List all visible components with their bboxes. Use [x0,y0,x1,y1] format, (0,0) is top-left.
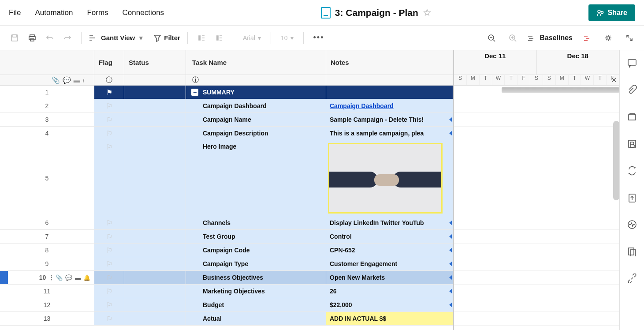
row-number[interactable]: 5 [0,140,94,216]
proofs-icon[interactable] [627,112,637,124]
flag-cell[interactable]: ⚐ [94,216,124,229]
favorite-star-icon[interactable]: ☆ [423,7,432,19]
notes-cell[interactable]: CPN-652 [326,244,453,257]
baselines-button[interactable]: Baselines [527,34,573,42]
row-number[interactable]: 1 [0,86,94,99]
task-cell[interactable]: Campaign Type [186,257,326,270]
row-number[interactable]: 10 ⋮📎💬▬🔔 [0,271,94,284]
table-row[interactable]: 12⚐Budget$22,000 [0,298,453,312]
activity-log-icon[interactable] [627,220,637,232]
task-cell[interactable]: Marketing Objectives [186,285,326,298]
notes-cell[interactable]: Sample Campaign - Delete This! [326,113,453,126]
attachments-icon[interactable] [627,85,637,97]
column-header-status[interactable]: Status [124,50,186,75]
table-row[interactable]: 10 ⋮📎💬▬🔔⚐Business ObjectivesOpen New Mar… [0,271,453,285]
row-number[interactable]: 2 [0,99,94,112]
gantt-bar-summary[interactable] [502,87,619,93]
undo-button[interactable] [43,32,56,44]
table-row[interactable]: 11⚐Marketing Objectives26 [0,285,453,298]
attachment-icon[interactable]: 📎 [56,274,63,281]
scrollbar[interactable] [613,121,619,200]
row-number[interactable]: 4 [0,127,94,140]
table-row[interactable]: 13⚐ActualADD IN ACTUAL $$ [0,312,453,326]
menu-forms[interactable]: Forms [87,8,108,17]
menu-automation[interactable]: Automation [35,8,73,17]
menu-file[interactable]: File [9,8,21,17]
task-cell[interactable]: Test Group [186,230,326,243]
row-number[interactable]: 6 [0,216,94,229]
table-row[interactable]: 5⚐Hero Image [0,140,453,216]
table-row[interactable]: 2⚐Campaign DashboardCampaign Dashboard [0,99,453,113]
notes-cell[interactable]: Campaign Dashboard [326,99,453,112]
font-selector[interactable]: Arial ▾ [240,33,264,43]
notes-cell[interactable]: ADD IN ACTUAL $$ [326,312,453,325]
gantt-week[interactable]: Dec 11 [454,50,537,75]
comment-icon[interactable]: 💬 [65,274,72,281]
row-number[interactable]: 8 [0,244,94,257]
task-cell[interactable]: Campaign Code [186,244,326,257]
task-cell[interactable]: Campaign Name [186,113,326,126]
status-cell[interactable] [124,140,186,216]
more-button[interactable]: ••• [311,31,327,44]
indent-button[interactable] [212,32,226,44]
connect-icon[interactable] [627,274,637,285]
notes-cell[interactable]: Display LinkedIn Twitter YouTub [326,216,453,229]
task-cell[interactable]: −SUMMARY [186,86,326,99]
table-row[interactable]: 9⚐Campaign TypeCustomer Engagement [0,257,453,271]
flag-cell[interactable]: ⚐ [94,271,124,284]
row-number[interactable]: 11 [0,285,94,298]
table-row[interactable]: 4⚐Campaign DescriptionThis is a sample c… [0,127,453,140]
row-number[interactable]: 9 [0,257,94,270]
table-row[interactable]: 8⚐Campaign CodeCPN-652 [0,244,453,257]
task-cell[interactable]: Business Objectives [186,271,326,284]
task-cell[interactable]: Budget [186,298,326,311]
print-button[interactable] [26,32,39,44]
flag-cell[interactable]: ⚐ [94,285,124,298]
status-cell[interactable] [124,86,186,99]
save-button[interactable] [8,32,21,44]
status-cell[interactable] [124,216,186,229]
folder-icon[interactable]: ▬ [75,274,81,281]
gantt-week[interactable]: Dec 18 [537,50,620,75]
notes-cell[interactable] [326,140,453,216]
notes-cell[interactable] [326,86,453,99]
notes-cell[interactable]: This is a sample campaign, plea [326,127,453,140]
status-cell[interactable] [124,230,186,243]
task-cell[interactable]: Channels [186,216,326,229]
flag-cell[interactable]: ⚐ [94,113,124,126]
status-cell[interactable] [124,127,186,140]
conversations-icon[interactable] [627,58,637,70]
document-title[interactable]: 3: Campaign - Plan [335,8,418,18]
gantt-body[interactable] [454,86,619,330]
menu-connections[interactable]: Connections [123,8,164,17]
collapse-icon[interactable]: − [191,89,198,96]
zoom-in-button[interactable] [506,32,519,44]
task-cell[interactable]: Hero Image [186,140,326,216]
status-cell[interactable] [124,298,186,311]
row-number[interactable]: 7 [0,230,94,243]
publish-icon[interactable] [627,193,637,205]
zoom-out-button[interactable] [485,32,498,44]
notes-link[interactable]: Campaign Dashboard [330,102,394,109]
flag-cell[interactable]: ⚐ [94,257,124,270]
status-cell[interactable] [124,113,186,126]
task-cell[interactable]: Actual [186,312,326,325]
task-cell[interactable]: Campaign Dashboard [186,99,326,112]
status-cell[interactable] [124,271,186,284]
table-row[interactable]: 3⚐Campaign NameSample Campaign - Delete … [0,113,453,127]
fontsize-selector[interactable]: 10 ▾ [278,33,296,43]
summary-icon[interactable] [627,247,637,259]
notes-cell[interactable]: 26 [326,285,453,298]
flag-cell[interactable]: ⚐ [94,140,124,216]
flag-cell[interactable]: ⚐ [94,99,124,112]
row-number[interactable]: 12 [0,298,94,311]
status-cell[interactable] [124,244,186,257]
brandfolder-icon[interactable] [627,139,637,151]
status-cell[interactable] [124,99,186,112]
notes-cell[interactable]: Control [326,230,453,243]
settings-button[interactable] [602,32,615,44]
table-row[interactable]: 6⚐ChannelsDisplay LinkedIn Twitter YouTu… [0,216,453,230]
notes-cell[interactable]: Customer Engagement [326,257,453,270]
update-requests-icon[interactable] [627,166,637,178]
flag-cell[interactable]: ⚐ [94,312,124,325]
